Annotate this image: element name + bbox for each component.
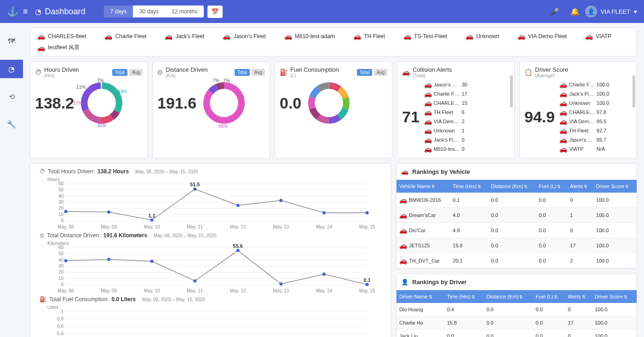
svg-point-80 [366, 283, 369, 286]
car-icon: 🚗 [37, 33, 45, 40]
fleet-chip[interactable]: 🚗CHARLES-fleet [37, 33, 86, 40]
svg-text:30: 30 [58, 200, 64, 205]
svg-text:60: 60 [58, 245, 64, 250]
car-icon: 🚗 [424, 81, 432, 88]
badge-total[interactable]: Total [112, 69, 127, 76]
calendar-button[interactable]: 📅 [207, 6, 223, 18]
fleet-chip[interactable]: 🚗TH Fleet [353, 33, 385, 40]
svg-text:May. 14: May. 14 [316, 288, 332, 293]
table-row[interactable]: Charlie Ho15.80.00.017100.0 [397, 316, 637, 330]
bell-icon[interactable]: 🔔 [570, 7, 580, 16]
nav-map[interactable]: 🗺 [0, 32, 23, 51]
range-30days[interactable]: 30 days [133, 6, 165, 17]
table-row[interactable]: 🚗Dio'Car4.80.00.00100.0 [397, 223, 637, 238]
svg-text:10: 10 [58, 212, 64, 217]
svg-text:May. 13: May. 13 [273, 224, 289, 229]
table-header[interactable]: Distance (Km)⇅ [489, 180, 536, 193]
car-icon: 🚗 [559, 127, 567, 134]
svg-text:May. 10: May. 10 [144, 288, 160, 293]
chart-title: ⊙ Total Distance Driven: 191.6 Kilometer… [40, 232, 382, 239]
fleet-chip[interactable]: 🚗M810-test-adam [284, 33, 335, 40]
table-header[interactable]: Vehicle Name⇅ [397, 180, 450, 193]
svg-text:0.6: 0.6 [57, 324, 63, 329]
fleet-chip[interactable]: 🚗Unknown [466, 33, 499, 40]
badge-avg[interactable]: Avg [129, 69, 143, 76]
table-header[interactable]: Fuel (L)⇅ [533, 290, 565, 303]
fuel-icon: ⛽ [280, 69, 288, 76]
svg-text:May. 08: May. 08 [58, 224, 74, 229]
list-item: 🚗VIA Dem…2 [424, 117, 476, 126]
table-row[interactable]: 🚗Dream'sCar4.00.00.01100.0 [397, 208, 637, 223]
fleet-chip[interactable]: 🚗Charlie Fleet [104, 33, 146, 40]
table-row[interactable]: 🚗JETS12515.80.00.017100.0 [397, 238, 637, 253]
list-item: 🚗TH Fleet6 [424, 108, 476, 117]
table-header[interactable]: Driver Score⇅ [592, 290, 637, 303]
list-item: 🚗Jason's …30 [424, 80, 476, 89]
card-fuel-consumption: ⛽ Fuel Consumption (L) Total Avg 0.0 [275, 61, 392, 159]
table-header[interactable]: Driver Score⇅ [593, 180, 637, 193]
svg-text:50: 50 [58, 187, 64, 192]
app-logo-icon: ⚓ [7, 6, 18, 17]
fleet-chip[interactable]: 🚗Jason's Fleet [223, 33, 265, 40]
table-header[interactable]: Time (Hrs)⇅ [444, 290, 484, 303]
table-header[interactable]: Time (Hrs)⇅ [450, 180, 488, 193]
table-header[interactable]: Driver Name⇅ [397, 290, 444, 303]
table-header[interactable]: Distance (Km)⇅ [484, 290, 533, 303]
hours-value: 138.2 [35, 94, 74, 112]
car-icon: 🚗 [424, 145, 432, 153]
scrollbar[interactable] [510, 75, 513, 108]
table-row[interactable]: 🚗BMW18i-20160.10.00.00100.0 [397, 193, 637, 208]
svg-point-33 [64, 210, 68, 213]
scrollbar[interactable] [632, 75, 635, 108]
car-icon: 🚗 [37, 44, 45, 51]
svg-text:60: 60 [58, 181, 64, 186]
range-7days[interactable]: 7 days [104, 6, 133, 17]
table-header[interactable]: Alerts⇅ [567, 180, 593, 193]
mic-icon[interactable]: 🎤 [550, 7, 559, 16]
table-row[interactable]: 🚗TH_DVT_Car20.10.00.02100.0 [397, 253, 637, 268]
driver-rankings-table: Driver Name⇅Time (Hrs)⇅Distance (Km)⇅Fue… [397, 290, 637, 337]
car-icon: 🚗 [559, 81, 567, 88]
distance-donut-chart: 7% 7% 86% [201, 80, 247, 126]
svg-text:May. 10: May. 10 [144, 224, 160, 229]
car-icon: 🚗 [399, 211, 407, 219]
svg-text:40: 40 [58, 257, 64, 263]
range-12months[interactable]: 12 months [165, 6, 204, 17]
fleet-chip[interactable]: 🚗VIA Demo Fleet [518, 33, 567, 40]
car-icon: 🚗 [559, 118, 567, 125]
car-icon: 🚗 [223, 33, 230, 40]
user-menu[interactable]: 👤 VIA FLEET ▾ [585, 6, 637, 17]
svg-text:50: 50 [58, 251, 64, 256]
nav-settings[interactable]: 🔧 [0, 115, 23, 133]
svg-text:55.6: 55.6 [233, 243, 243, 249]
topbar: ⚓ ≡ ◔ Dashboard 7 days 30 days 12 months… [0, 0, 644, 23]
svg-text:Liters: Liters [47, 305, 58, 310]
svg-point-41 [236, 204, 240, 207]
nav-dashboard[interactable]: ◔ [0, 60, 23, 78]
svg-text:40: 40 [58, 194, 64, 199]
fleet-chip[interactable]: 🚗TS-Test-Fleet [403, 33, 447, 40]
fleet-chip[interactable]: 🚗testfleet 风景 [37, 44, 80, 51]
fleet-chip[interactable]: 🚗VIATP [585, 33, 611, 40]
car-icon: 🚗 [424, 127, 432, 134]
fleet-chip[interactable]: 🚗Jack's Fleet [165, 33, 204, 40]
car-icon: 🚗 [399, 227, 407, 234]
menu-toggle-icon[interactable]: ≡ [23, 7, 28, 17]
svg-text:Hours: Hours [47, 177, 60, 182]
table-header[interactable]: Fuel (L)⇅ [536, 180, 567, 193]
caret-down-icon: ▾ [634, 8, 637, 15]
table-row[interactable]: Dio Huang0.40.00.00100.0 [397, 303, 637, 316]
svg-text:0.1: 0.1 [363, 277, 370, 283]
svg-point-37 [150, 218, 154, 222]
page-title: Dashboard [45, 7, 86, 17]
svg-text:20: 20 [58, 269, 64, 274]
table-header[interactable]: Alerts⇅ [565, 290, 592, 303]
card-title: Hours Driven [44, 66, 79, 73]
svg-text:51.5: 51.5 [190, 182, 200, 187]
nav-history[interactable]: ⟲ [0, 87, 23, 106]
rankings-driver: 👤Rankings by Driver Driver Name⇅Time (Hr… [396, 274, 637, 337]
table-row[interactable]: Jack Liu0.00.00.00100.0 [397, 330, 637, 337]
svg-point-47 [366, 211, 369, 214]
list-item: 🚗VIA Dem…95.5 [559, 117, 610, 126]
car-icon: 🚗 [401, 168, 408, 175]
